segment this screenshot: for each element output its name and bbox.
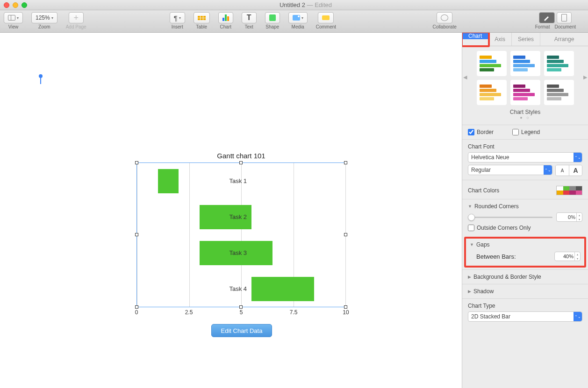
document-status: — Edited: [307, 1, 332, 8]
chart-label: Chart: [220, 24, 231, 29]
step-down-icon[interactable]: ▾: [577, 217, 582, 221]
edit-chart-data-button[interactable]: Edit Chart Data: [211, 324, 272, 337]
resize-handle-nw[interactable]: [135, 161, 138, 164]
document-name: Untitled 2: [280, 1, 305, 8]
category-label: Task 2: [214, 213, 247, 220]
chart-colors-swatch[interactable]: [556, 186, 582, 195]
document-canvas[interactable]: Gantt chart 101 Task: [0, 33, 462, 388]
chart-style-thumb[interactable]: [477, 51, 507, 76]
shape-label: Shape: [265, 24, 279, 29]
resize-handle-e[interactable]: [344, 233, 347, 236]
chevron-updown-icon: ⌃⌄: [574, 153, 582, 162]
resize-handle-s[interactable]: [239, 305, 243, 309]
resize-handle-ne[interactable]: [344, 161, 347, 164]
shape-button[interactable]: [265, 12, 280, 23]
table-label: Table: [196, 24, 207, 29]
rounded-corners-disclosure[interactable]: ▼Rounded Corners: [468, 203, 582, 210]
category-label: Task 4: [214, 285, 247, 292]
brush-icon: [543, 14, 551, 21]
maximize-icon[interactable]: [22, 2, 27, 8]
styles-next-icon[interactable]: ▶: [583, 74, 587, 80]
chart-style-thumb[interactable]: [544, 51, 574, 76]
shadow-disclosure[interactable]: ▶Shadow: [468, 288, 582, 295]
format-inspector: Chart Axis Series Arrange ◀ ▶ Chart Styl…: [462, 33, 588, 388]
font-larger-button[interactable]: A: [569, 165, 582, 176]
document-label: Document: [554, 24, 576, 29]
font-size-stepper[interactable]: AA: [555, 165, 582, 176]
comment-button[interactable]: [318, 12, 334, 23]
minimize-icon[interactable]: [13, 2, 18, 8]
view-button[interactable]: ▾: [4, 12, 23, 23]
text-button[interactable]: T: [242, 12, 257, 23]
outside-corners-input[interactable]: [468, 225, 474, 231]
text-icon: T: [247, 14, 251, 22]
person-icon: [441, 14, 448, 21]
triangle-right-icon: ▶: [468, 289, 471, 294]
outside-corners-checkbox[interactable]: Outside Corners Only: [468, 225, 582, 231]
chart-colors-label: Chart Colors: [468, 187, 499, 194]
axis-tick: 7.5: [290, 309, 298, 316]
chart-styles-panel: ◀ ▶ Chart Styles ● ○: [462, 46, 588, 125]
resize-handle-sw[interactable]: [135, 305, 138, 309]
window-controls: [4, 2, 27, 8]
border-checkbox[interactable]: Border: [468, 129, 494, 135]
window-titlebar: Untitled 2 — Edited: [0, 0, 588, 10]
collaborate-label: Collaborate: [433, 24, 457, 29]
border-checkbox-input[interactable]: [468, 129, 474, 135]
format-button[interactable]: [539, 12, 555, 23]
media-button[interactable]: ▾: [288, 12, 308, 23]
chart-type-label: Chart Type: [468, 303, 582, 309]
tab-axis[interactable]: Axis: [488, 33, 512, 46]
toolbar: ▾ View 125%▾ Zoom + Add Page ¶▾ Insert T…: [0, 10, 588, 33]
close-icon[interactable]: [4, 2, 9, 8]
add-page-button: +: [69, 12, 84, 23]
gaps-disclosure[interactable]: ▼Gaps: [470, 241, 581, 248]
resize-handle-se[interactable]: [344, 305, 347, 309]
insert-button[interactable]: ¶▾: [170, 12, 185, 23]
insert-label: Insert: [172, 24, 183, 29]
bg-border-disclosure[interactable]: ▶Background & Border Style: [468, 274, 582, 280]
table-button[interactable]: [194, 12, 210, 23]
inspector-tabs: Chart Axis Series Arrange: [462, 33, 588, 46]
chart-style-thumb[interactable]: [477, 80, 507, 105]
tab-chart[interactable]: Chart: [462, 33, 488, 39]
chart-type-select[interactable]: 2D Stacked Bar⌃⌄: [468, 311, 582, 322]
text-label: Text: [245, 24, 253, 29]
media-icon: [293, 15, 300, 21]
rounded-slider[interactable]: [468, 217, 552, 218]
legend-checkbox-input[interactable]: [512, 129, 519, 135]
between-bars-input[interactable]: 40%▴▾: [554, 252, 581, 261]
axis-tick: 0: [135, 309, 138, 316]
styles-prev-icon[interactable]: ◀: [463, 74, 467, 80]
category-label: Task 1: [214, 177, 247, 184]
bar-task4[interactable]: [251, 277, 314, 301]
chart-font-label: Chart Font: [468, 143, 582, 150]
resize-handle-w[interactable]: [135, 233, 138, 236]
chart-style-thumb[interactable]: [510, 80, 540, 105]
resize-handle-n[interactable]: [239, 161, 243, 164]
format-label: Format: [535, 24, 550, 29]
rounded-value-input[interactable]: 0%▴▾: [556, 212, 582, 222]
font-family-select[interactable]: Helvetica Neue⌃⌄: [468, 152, 582, 162]
text-cursor: [40, 77, 41, 84]
collaborate-button[interactable]: [437, 12, 452, 23]
chart-button[interactable]: [218, 12, 233, 23]
font-style-select[interactable]: Regular⌃⌄: [468, 165, 552, 175]
shape-icon: [269, 14, 276, 21]
axis-tick: 2.5: [185, 309, 193, 316]
chart-style-thumb[interactable]: [544, 80, 574, 105]
zoom-select[interactable]: 125%▾: [31, 12, 57, 23]
step-down-icon[interactable]: ▾: [575, 256, 580, 261]
comment-label: Comment: [316, 24, 336, 29]
tab-arrange[interactable]: Arrange: [540, 33, 588, 46]
legend-checkbox[interactable]: Legend: [512, 129, 540, 135]
chart-style-thumb[interactable]: [510, 51, 540, 76]
slider-thumb[interactable]: [468, 214, 475, 221]
step-up-icon[interactable]: ▴: [575, 252, 580, 256]
tab-series[interactable]: Series: [512, 33, 540, 46]
bar-task1[interactable]: [158, 169, 179, 193]
document-button[interactable]: [557, 12, 572, 23]
chart-title[interactable]: Gantt chart 101: [136, 152, 346, 160]
font-smaller-button[interactable]: A: [556, 165, 569, 176]
step-up-icon[interactable]: ▴: [577, 213, 582, 217]
